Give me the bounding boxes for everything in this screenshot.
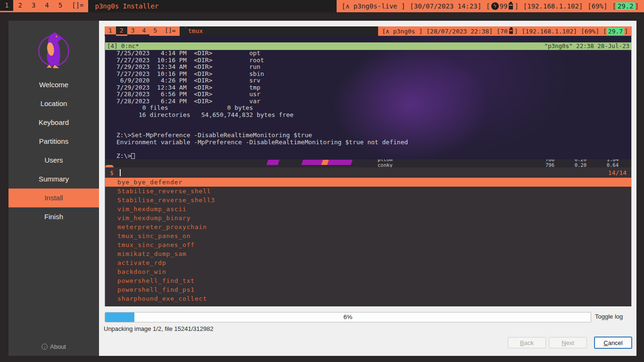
pane-title-right: "p3ng0s" 22:38 28-Jul-23 [544,42,629,50]
fzf-cursor [120,169,121,176]
pane-marker: ' [184,26,187,36]
tmux-window-tab-4[interactable]: 4 [40,0,53,12]
cpu-bar [301,160,323,165]
tmux-window-tab-6[interactable]: []= [67,0,88,12]
next-button[interactable]: Next [549,337,587,348]
tmux-window-list: 2 3 4 5 []= [13,0,88,12]
wizard-buttons: Back Next Cancel [508,337,632,349]
info-icon: i [41,344,48,350]
progress-bar: 6% [105,312,591,322]
fzf-match-counter: 14/14 [608,169,627,176]
fzf-item[interactable]: mimikatz_dump_sam [105,249,631,258]
fzf-item[interactable]: tmux_sinc_panes_off [105,240,631,249]
fuzzy-finder: $ 14/14 bye_bye_defender Stabilise_rever… [105,167,632,306]
datetime-segment: [30/07/2023 14:23] [410,2,481,10]
fzf-item[interactable]: vim_hexdump_binary [105,214,631,222]
fzf-item[interactable]: powershell_find_ps1 [105,285,631,294]
tmux-window-tab-2[interactable]: 2 [13,0,26,12]
fzf-item[interactable]: vim_hexdump_ascii [105,205,631,214]
battery-segment: [ ϟ 99 ] [486,2,519,10]
inner-window-tab-5[interactable]: 5 [149,26,161,36]
hostname-segment: [∧ p3ng0s-live ] [342,2,405,10]
inner-status-right: [∧ p3ng0s ] [28/07/2023 22:38] [ 70 ] [1… [378,26,632,36]
fzf-item[interactable]: tmux_sinc_panes_on [105,231,631,240]
session-title: p3ng0s Installer [95,0,158,12]
progress-percent-label: 6% [105,313,591,322]
fzf-item-selected[interactable]: bye_bye_defender [105,178,631,187]
inner-session-title: tmux [188,26,203,36]
cancel-button[interactable]: Cancel [594,337,632,349]
tmux-window-tab-3[interactable]: 3 [27,0,40,12]
cpu-segment: [69%] [587,2,607,10]
step-install[interactable]: Install [8,189,99,207]
tmux-outer-statusbar: 1 2 3 4 5 []= p3ng0s Installer [∧ p3ng0s… [0,0,644,12]
fzf-item[interactable]: activate_rdp [105,258,631,267]
ip-segment: [192.168.1.102] [523,2,583,10]
back-button[interactable]: Back [508,337,546,348]
accent-corner [105,165,114,167]
installer-window: Welcome Location Keyboard Partitions Use… [8,21,636,356]
fzf-item[interactable]: powershell_find_txt [105,276,631,285]
inner-window-tab-6[interactable]: []= [161,26,179,36]
inner-ip-segment: [192.168.1.102] [521,28,577,35]
tmux-inner-statusbar: 1 2 3 4 5 []= ' tmux [∧ p3ng0s ] [28/07/… [105,26,632,36]
tmux-pane-titlebar: [4] 0:nc* "p3ng0s" 22:38 28-Jul-23 [105,42,631,50]
fzf-item[interactable]: meterpreter_proxychain [105,222,631,231]
about-label: About [50,343,66,350]
pane-title-left: [4] 0:nc* [107,42,139,50]
step-partitions[interactable]: Partitions [8,132,99,151]
fzf-prompt-symbol: $ [110,169,114,176]
fzf-prompt-row[interactable]: $ 14/14 [105,167,631,178]
step-summary[interactable]: Summary [8,170,99,189]
step-users[interactable]: Users [8,151,99,170]
about-button[interactable]: i About [8,343,99,350]
tmux-window-tab-1[interactable]: 1 [0,0,13,12]
fzf-item[interactable]: backdoor_win [105,267,631,276]
inner-window-tab-2[interactable]: 2 [116,26,127,36]
temperature-segment: [ 29.2 ] [612,2,639,10]
cpu-bar [327,160,353,165]
inner-battery-icon [509,29,513,34]
process-list: ptcom 788 0.20 1.84 conky 796 0.20 0.64 [378,159,619,167]
step-location[interactable]: Location [8,94,99,113]
tmux-window-tab-5[interactable]: 5 [54,0,67,12]
charging-bolt-icon: ϟ [491,2,499,10]
inner-temperature-segment: [ 29.7 ] [603,28,628,35]
process-row: conky 796 0.20 0.64 [378,162,619,167]
inner-battery-segment: [ 70 ] [496,28,518,35]
tmux-status-right: [∧ p3ng0s-live ] [30/07/2023 14:23] [ ϟ … [337,0,644,12]
fzf-item[interactable]: sharphound_exe_collect [105,294,631,303]
inner-datetime-segment: [28/07/2023 22:38] [426,28,493,35]
install-page: 1 2 3 4 5 []= ' tmux [∧ p3ng0s ] [28/07/… [99,21,636,356]
toggle-log-button[interactable]: Toggle log [595,313,623,320]
installer-steps-nav: Welcome Location Keyboard Partitions Use… [8,75,99,226]
terminal-output: 7/25/2023 4:14 PM <DIR> opt 7/27/2023 10… [105,50,631,159]
step-finish[interactable]: Finish [8,207,99,226]
temperature-value: 29.2 [616,2,635,10]
inner-window-list: 1 2 3 4 5 []= [105,26,180,36]
battery-icon [509,3,513,9]
inner-window-tab-4[interactable]: 4 [138,26,149,36]
status-text: Unpacking image 1/2, file 15241/312982 [104,325,214,332]
terminal-screen: [4] 0:nc* "p3ng0s" 22:38 28-Jul-23 7/25/… [105,36,632,159]
fzf-item[interactable]: Stabilise_reverse_shell3 [105,196,631,205]
inner-temperature-value: 29.7 [607,28,624,35]
inner-battery-percent: 70 [500,28,508,35]
cpu-bar [266,160,280,165]
step-welcome[interactable]: Welcome [8,75,99,94]
system-monitor-strip: ptcom 788 0.20 1.84 conky 796 0.20 0.64 [105,159,632,167]
step-keyboard[interactable]: Keyboard [8,113,99,132]
inner-window-tab-3[interactable]: 3 [127,26,139,36]
penguin-logo [8,21,99,70]
inner-cpu-segment: [69%] [581,28,599,35]
inner-window-tab-1[interactable]: 1 [105,26,116,36]
fzf-item[interactable]: Stabilise_reverse_shell [105,187,631,196]
terminal-prompt-line[interactable]: Z:\> [116,153,631,160]
terminal-cursor [131,153,135,159]
battery-percent: 99 [500,2,508,10]
inner-hostname-segment: [∧ p3ng0s ] [382,28,422,35]
installer-sidebar: Welcome Location Keyboard Partitions Use… [8,21,99,356]
terminal-panel: 1 2 3 4 5 []= ' tmux [∧ p3ng0s ] [28/07/… [105,26,632,306]
